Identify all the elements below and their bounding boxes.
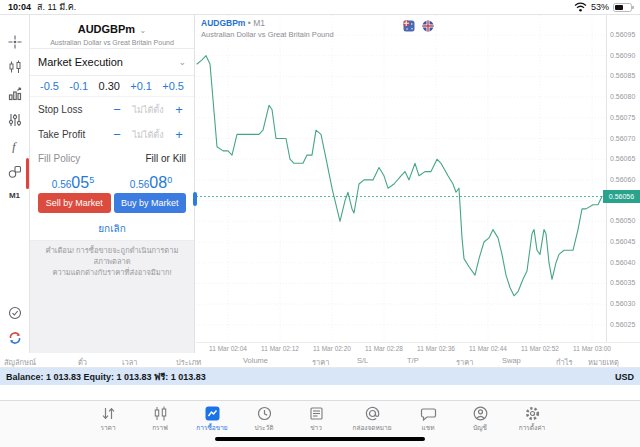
price-tick-label: 0.56050 bbox=[610, 217, 635, 224]
time-tick-label: 11 Mar 02:44 bbox=[462, 345, 514, 352]
time-tick-label: 11 Mar 03:00 bbox=[566, 345, 618, 352]
nav-accounts[interactable]: บัญชี bbox=[458, 405, 502, 433]
price-tick-label: 0.56080 bbox=[610, 93, 635, 100]
take-profit-minus-button[interactable]: − bbox=[110, 127, 124, 142]
volume-dec-small-button[interactable]: -0.1 bbox=[69, 80, 88, 92]
execution-mode-value: Market Execution bbox=[38, 56, 123, 68]
volume-inc-large-button[interactable]: +0.5 bbox=[162, 80, 184, 92]
nav-mailbox[interactable]: กล่องจดหมาย bbox=[346, 405, 398, 433]
sync-icon[interactable] bbox=[8, 331, 22, 345]
chart-tool-rail: f M1 bbox=[0, 15, 30, 354]
time-tick-label: 11 Mar 02:36 bbox=[410, 345, 462, 352]
rail-scroll-indicator bbox=[26, 158, 29, 189]
table-column-header: ตั๋ว bbox=[78, 356, 87, 368]
stop-loss-plus-button[interactable]: + bbox=[172, 102, 186, 117]
nav-chat[interactable]: แชท bbox=[406, 405, 450, 433]
table-column-header: สัญลักษณ์ bbox=[4, 356, 36, 368]
table-column-header: ราคา bbox=[312, 356, 329, 368]
nav-trade[interactable]: การซื้อขาย bbox=[190, 405, 234, 433]
nav-chart[interactable]: กราฟ bbox=[138, 405, 182, 433]
chart-symbol: AUDGBPm bbox=[201, 18, 245, 28]
cancel-button[interactable]: ยกเลิก bbox=[30, 217, 194, 241]
execution-mode-select[interactable]: Market Execution ⌄ bbox=[30, 49, 194, 76]
price-tick-label: 0.56045 bbox=[610, 238, 635, 245]
price-tick-label: 0.56070 bbox=[610, 135, 635, 142]
fill-policy-label: Fill Policy bbox=[38, 153, 145, 164]
positions-table-header: สัญลักษณ์ตั๋วเวลาประเภทVolumeราคาS/LT/Pร… bbox=[0, 353, 640, 368]
take-profit-label: Take Profit bbox=[38, 129, 110, 140]
volume-dec-large-button[interactable]: -0.5 bbox=[40, 80, 59, 92]
table-column-header: S/L bbox=[357, 356, 368, 365]
candlestick-chart-icon bbox=[152, 405, 169, 422]
trade-icon bbox=[204, 405, 221, 422]
volume-row: -0.5 -0.1 0.30 +0.1 +0.5 bbox=[30, 76, 194, 97]
price-tick-label: 0.56040 bbox=[610, 259, 635, 266]
table-column-header: Swap bbox=[502, 356, 521, 365]
mt5-trading-screen: 10:04 ส. 11 มี.ค. 53% bbox=[0, 0, 640, 447]
price-tick-label: 0.56025 bbox=[610, 321, 635, 328]
home-indicator[interactable] bbox=[215, 437, 425, 441]
volume-value[interactable]: 0.30 bbox=[99, 80, 120, 92]
account-currency: USD bbox=[615, 372, 634, 382]
panel-resize-handle[interactable] bbox=[193, 192, 197, 206]
table-column-header: ประเภท bbox=[176, 356, 201, 368]
price-tick-label: 0.56030 bbox=[610, 300, 635, 307]
balance-summary: Balance: 1 013.83 Equity: 1 013.83 ฟรี: … bbox=[6, 370, 206, 384]
price-tick-label: 0.56060 bbox=[610, 176, 635, 183]
mailbox-at-icon bbox=[364, 405, 381, 422]
volume-inc-small-button[interactable]: +0.1 bbox=[130, 80, 152, 92]
take-profit-value[interactable]: ไม่ได้ตั้ง bbox=[124, 128, 172, 142]
current-price-badge: 0.56056 bbox=[603, 190, 640, 203]
fill-policy-row[interactable]: Fill Policy Fill or Kill bbox=[30, 147, 194, 169]
nav-news[interactable]: ข่าว bbox=[294, 405, 338, 433]
timeframe-button[interactable]: M1 bbox=[0, 191, 29, 200]
table-column-header: หมายเหตุ bbox=[588, 356, 619, 368]
price-tick-label: 0.56075 bbox=[610, 114, 635, 121]
fill-policy-value: Fill or Kill bbox=[145, 153, 186, 164]
nav-settings[interactable]: การตั้งค่า bbox=[510, 405, 554, 433]
stop-loss-minus-button[interactable]: − bbox=[110, 102, 124, 117]
table-column-header: ราคา bbox=[456, 356, 473, 368]
price-tick-label: 0.56085 bbox=[610, 72, 635, 79]
settings-sliders-icon[interactable] bbox=[8, 113, 22, 127]
chart-area[interactable]: AUDGBPm • M1 Australian Dollar vs Great … bbox=[196, 15, 640, 354]
buy-by-market-button[interactable]: Buy by Market bbox=[114, 193, 187, 213]
price-tick-label: 0.56065 bbox=[610, 155, 635, 162]
buy-price: 0.56080 bbox=[130, 174, 172, 192]
crosshair-icon[interactable] bbox=[8, 35, 22, 49]
order-panel: AUDGBPm ⌄ Australian Dollar vs Great Bri… bbox=[30, 15, 195, 354]
main-area: f M1 bbox=[0, 14, 640, 353]
sell-price: 0.56055 bbox=[52, 174, 94, 192]
quotes-arrows-icon bbox=[100, 405, 117, 422]
svg-text:f: f bbox=[12, 139, 18, 153]
time-tick-label: 11 Mar 02:12 bbox=[254, 345, 306, 352]
price-tick-label: 0.56095 bbox=[610, 31, 635, 38]
take-profit-plus-button[interactable]: + bbox=[172, 127, 186, 142]
time-tick-label: 11 Mar 02:52 bbox=[514, 345, 566, 352]
price-chart-plot[interactable] bbox=[196, 15, 606, 342]
sell-by-market-button[interactable]: Sell by Market bbox=[38, 193, 111, 213]
stop-loss-row: Stop Loss − ไม่ได้ตั้ง + bbox=[30, 97, 194, 122]
clock: 10:04 bbox=[8, 2, 31, 12]
chart-timeframe: M1 bbox=[253, 18, 265, 28]
time-tick-label: 11 Mar 02:20 bbox=[306, 345, 358, 352]
battery-percent: 53% bbox=[591, 2, 609, 12]
history-clock-icon bbox=[256, 405, 273, 422]
bid-ask-prices: 0.56055 0.56080 bbox=[30, 169, 194, 192]
symbol-header[interactable]: AUDGBPm ⌄ Australian Dollar vs Great Bri… bbox=[30, 15, 194, 49]
indicators-icon[interactable] bbox=[8, 87, 22, 101]
nav-quotes[interactable]: ราคา bbox=[86, 405, 130, 433]
chat-bubble-icon bbox=[420, 405, 437, 422]
stop-loss-value[interactable]: ไม่ได้ตั้ง bbox=[124, 103, 172, 117]
price-axis: 0.560950.560900.560850.560800.560750.560… bbox=[606, 15, 640, 342]
market-warning-text: คำเตือน! การซื้อขายจะถูกดำเนินการตามสภาพ… bbox=[30, 241, 194, 354]
levels-check-icon[interactable] bbox=[8, 306, 22, 320]
chart-type-candles-icon[interactable] bbox=[8, 60, 22, 74]
objects-icon[interactable] bbox=[8, 165, 22, 179]
account-person-icon bbox=[472, 405, 489, 422]
aud-flag-icon bbox=[403, 20, 415, 32]
functions-icon[interactable]: f bbox=[8, 139, 22, 153]
wifi-icon bbox=[574, 2, 587, 12]
table-column-header: กำไร bbox=[556, 356, 573, 368]
nav-history[interactable]: ประวัติ bbox=[242, 405, 286, 433]
